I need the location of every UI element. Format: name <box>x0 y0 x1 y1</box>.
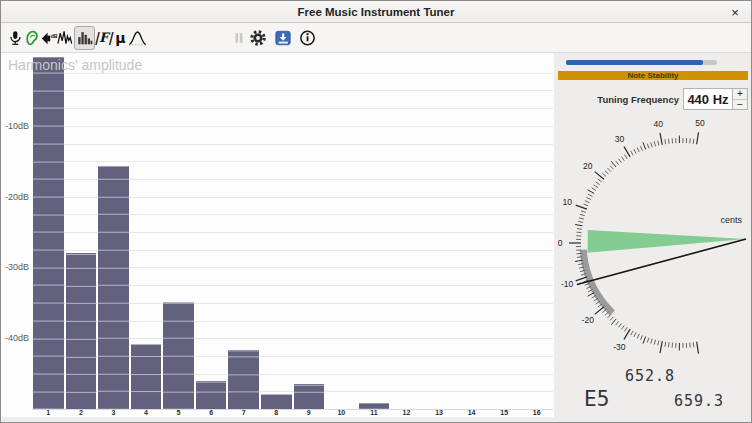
gauge-tick <box>668 139 669 144</box>
harmonics-chart: Harmonics' amplitude -10dB-20dB-30dB-40d… <box>1 53 554 417</box>
statistics-mu-icon: μ <box>115 30 125 46</box>
histogram-icon <box>76 28 94 48</box>
x-axis-tick-label: 12 <box>390 409 423 419</box>
gauge-tick <box>643 337 646 344</box>
tuning-frequency-value[interactable]: 440 Hz <box>683 88 732 110</box>
toolbar-histogram-button[interactable] <box>74 26 95 50</box>
microphone-icon <box>6 28 24 48</box>
toolbar-record-save-button[interactable] <box>274 26 291 50</box>
gauge-tick <box>594 185 598 188</box>
gauge-tick <box>693 342 694 347</box>
gauge-tick <box>610 317 613 321</box>
note-frequency-readout: 659.3 <box>674 392 724 410</box>
gaussian-curve-icon <box>127 28 148 48</box>
gauge-tick <box>651 142 652 147</box>
gauge-tick <box>618 159 621 163</box>
gauge-tick <box>616 321 619 325</box>
chart-title: Harmonics' amplitude <box>8 57 142 73</box>
gauge-tick <box>596 182 600 185</box>
gauge-tick <box>643 142 646 149</box>
ear-listen-icon <box>23 28 41 48</box>
y-axis-tick-label: -30dB <box>1 262 29 272</box>
harmonic-bar-1 <box>33 57 64 409</box>
gauge-tick-label: 20 <box>583 161 593 171</box>
note-name-readout: E5 <box>584 387 624 411</box>
gauge-tick <box>654 141 655 146</box>
gauge-tick <box>660 133 662 145</box>
toolbar-speaker-volume-button[interactable]: dB <box>40 26 57 50</box>
tuning-increment-button[interactable]: + <box>733 89 747 100</box>
harmonic-bar-8 <box>261 394 292 409</box>
tuning-wedge <box>588 230 746 253</box>
gauge-tick-label: -10 <box>561 279 574 289</box>
toolbar-waveform-button[interactable] <box>57 26 74 50</box>
harmonic-bar-9 <box>294 384 325 409</box>
window-title: Free Music Instrument Tuner <box>298 6 455 18</box>
gauge-tick <box>668 342 669 347</box>
y-axis-tick-label: -10dB <box>1 121 29 131</box>
waveform-icon <box>56 28 75 48</box>
gridline <box>32 108 553 109</box>
gridline <box>32 144 553 145</box>
harmonic-bar-2 <box>66 253 97 409</box>
gauge-tick-label: -20 <box>582 315 595 325</box>
gauge-tick <box>660 341 662 353</box>
gauge-tick <box>588 293 595 297</box>
x-axis-tick-label: 11 <box>358 409 391 419</box>
gauge-tick <box>665 139 666 144</box>
x-axis-tick-label: 13 <box>423 409 456 419</box>
close-button[interactable]: × <box>726 1 744 23</box>
measured-frequency-readout: 652.8 <box>612 367 688 385</box>
gridline <box>32 126 553 127</box>
note-stability-bar: Note Stability <box>558 71 748 80</box>
toolbar-info-button[interactable] <box>299 26 316 50</box>
x-axis-tick-label: 2 <box>65 409 98 419</box>
pause-icon <box>231 28 247 48</box>
x-axis-tick-label: 15 <box>488 409 521 419</box>
gauge-tick <box>598 179 602 182</box>
harmonic-bar-3 <box>98 166 129 409</box>
gauge-tick <box>586 197 591 199</box>
toolbar-settings-gear-button[interactable] <box>249 26 266 50</box>
y-axis-tick-label: -40dB <box>1 333 29 343</box>
gauge-tick <box>624 155 627 159</box>
gauge-tick <box>631 331 633 335</box>
info-icon <box>298 28 317 48</box>
gauge-tick <box>621 157 624 161</box>
tuning-frequency-spinner: + − <box>732 88 748 110</box>
settings-gear-icon <box>248 28 268 48</box>
gridline <box>32 161 553 162</box>
gauge-tick <box>658 341 659 346</box>
gauge-tick <box>595 307 604 315</box>
gauge-tick <box>658 141 659 146</box>
cents-unit-label: cents <box>720 215 742 225</box>
x-axis-tick-label: 1 <box>32 409 65 419</box>
x-axis-tick-label: 7 <box>227 409 260 419</box>
gauge-tick <box>595 172 604 180</box>
toolbar-ear-listen-button[interactable] <box>23 26 40 50</box>
gridline <box>32 90 553 91</box>
toolbar-fourier-transform-button[interactable]: |F| <box>95 26 112 50</box>
toolbar-gaussian-curve-button[interactable] <box>129 26 146 50</box>
app-window: Free Music Instrument Tuner × dB|F|μ Har… <box>0 0 752 423</box>
harmonic-bar-6 <box>196 381 227 409</box>
gauge-tick <box>693 139 694 144</box>
tuning-frequency-label: Tuning Frequency <box>554 94 679 105</box>
gauge-tick <box>631 151 633 155</box>
gauge-tick-label: 10 <box>562 197 572 207</box>
gauge-tick <box>697 132 699 144</box>
gauge-tick <box>578 221 583 222</box>
gauge-tick <box>576 277 587 281</box>
gauge-tick <box>616 161 619 165</box>
gauge-tick <box>621 325 624 329</box>
volume-progress-bar <box>566 60 717 65</box>
gauge-tick <box>581 211 586 213</box>
gauge-tick <box>583 204 588 206</box>
gauge-tick <box>641 146 643 151</box>
x-axis-tick-label: 9 <box>293 409 326 419</box>
gauge-tick <box>634 149 636 153</box>
toolbar-microphone-button[interactable] <box>6 26 23 50</box>
gauge-tick <box>579 218 584 219</box>
x-axis-tick-label: 3 <box>97 409 130 419</box>
tuning-decrement-button[interactable]: − <box>733 100 747 110</box>
